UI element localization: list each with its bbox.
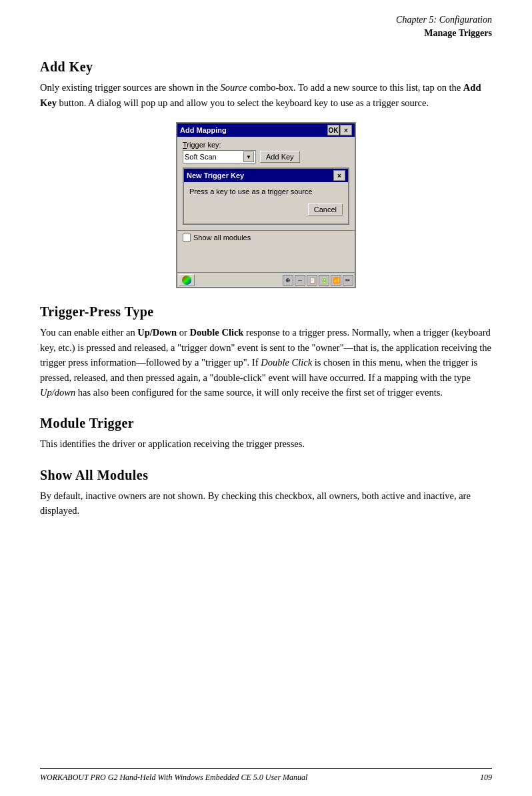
footer-left-text: WORKABOUT PRO G2 Hand-Held With Windows … xyxy=(40,773,480,783)
section-title: Manage Triggers xyxy=(40,27,492,40)
dropdown-value: Soft Scan xyxy=(185,153,217,161)
trigger-press-body: You can enable either an Up/Down or Doub… xyxy=(40,325,492,400)
titlebar-buttons: OK × xyxy=(327,125,352,135)
add-key-section: Add Key Only existing trigger sources ar… xyxy=(40,59,492,110)
module-trigger-section: Module Trigger This identifies the drive… xyxy=(40,416,492,451)
chapter-title: Chapter 5: Configuration xyxy=(40,13,492,27)
dropdown-arrow-icon[interactable]: ▼ xyxy=(243,151,254,162)
dialog-body: Trigger key: Soft Scan ▼ Add Key New Tri… xyxy=(177,137,355,229)
dropdown-row: Soft Scan ▼ Add Key xyxy=(183,150,349,163)
win-taskbar: ⊕ ↔ 📋 🔋 📶 ✏ xyxy=(177,272,355,287)
module-trigger-body: This identifies the driver or applicatio… xyxy=(40,436,492,451)
taskbar-icon-4: 🔋 xyxy=(319,275,329,286)
dialog-screenshot: Add Mapping OK × Trigger key: Soft Scan … xyxy=(40,122,492,288)
add-key-body: Only existing trigger sources are shown … xyxy=(40,80,492,110)
cancel-button[interactable]: Cancel xyxy=(308,204,343,216)
taskbar-icon-6: ✏ xyxy=(343,275,353,286)
taskbar-right: ⊕ ↔ 📋 🔋 📶 ✏ xyxy=(283,275,353,286)
taskbar-icon-5: 📶 xyxy=(331,275,341,286)
taskbar-icon-3: 📋 xyxy=(307,275,317,286)
close-button[interactable]: × xyxy=(340,125,352,135)
new-trigger-message: Press a key to use as a trigger source xyxy=(189,187,343,195)
page-number: 109 xyxy=(480,773,492,783)
new-trigger-body: Press a key to use as a trigger source C… xyxy=(184,182,348,224)
show-all-body: By default, inactive owners are not show… xyxy=(40,488,492,518)
trigger-press-heading: Trigger-Press Type xyxy=(40,304,492,320)
new-trigger-close-button[interactable]: × xyxy=(333,170,345,181)
trigger-press-section: Trigger-Press Type You can enable either… xyxy=(40,304,492,400)
trigger-key-label: Trigger key: xyxy=(183,141,349,149)
ok-button[interactable]: OK xyxy=(327,125,339,135)
new-trigger-buttons: Cancel xyxy=(189,204,343,216)
show-all-section: Show All Modules By default, inactive ow… xyxy=(40,468,492,518)
add-key-heading: Add Key xyxy=(40,59,492,75)
new-trigger-title: New Trigger Key xyxy=(187,171,333,179)
page-header: Chapter 5: Configuration Manage Triggers xyxy=(40,13,492,39)
dialog-bottom-space xyxy=(177,246,355,272)
add-mapping-title: Add Mapping xyxy=(180,126,327,134)
show-all-modules-row: Show all modules xyxy=(177,230,355,246)
new-trigger-titlebar: New Trigger Key × xyxy=(184,169,348,182)
new-trigger-dialog: New Trigger Key × Press a key to use as … xyxy=(183,167,349,225)
trigger-key-dropdown[interactable]: Soft Scan ▼ xyxy=(183,150,256,163)
start-icon xyxy=(182,276,191,285)
show-all-heading: Show All Modules xyxy=(40,468,492,483)
page-footer: WORKABOUT PRO G2 Hand-Held With Windows … xyxy=(40,768,492,783)
add-key-dialog-button[interactable]: Add Key xyxy=(260,151,300,163)
taskbar-icon-2: ↔ xyxy=(295,275,305,286)
add-mapping-titlebar: Add Mapping OK × xyxy=(177,123,355,137)
module-trigger-heading: Module Trigger xyxy=(40,416,492,431)
taskbar-icon-1: ⊕ xyxy=(283,275,293,286)
show-all-modules-label: Show all modules xyxy=(193,234,251,242)
start-button[interactable] xyxy=(179,274,195,286)
show-all-modules-checkbox[interactable] xyxy=(183,234,191,242)
add-mapping-dialog: Add Mapping OK × Trigger key: Soft Scan … xyxy=(176,122,356,288)
